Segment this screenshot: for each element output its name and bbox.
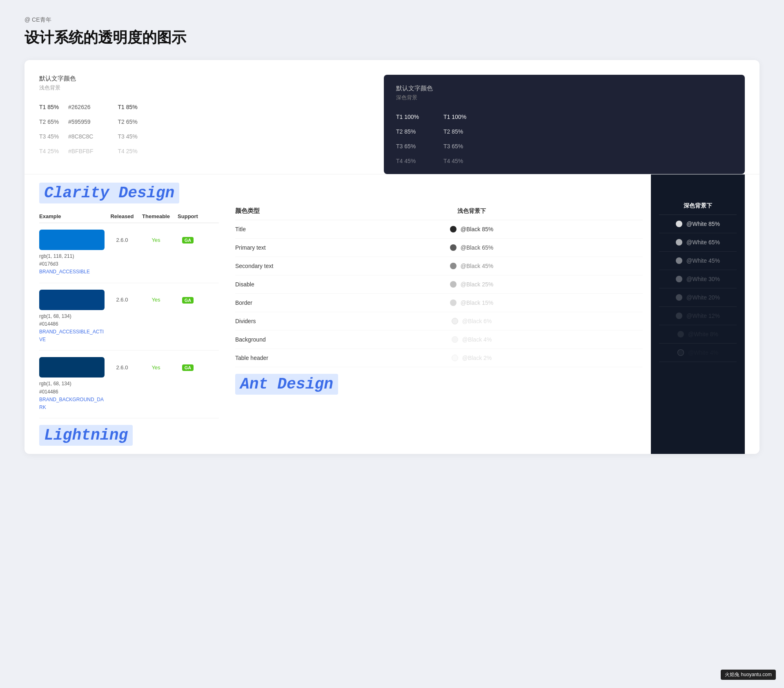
themeable-2: Yes	[140, 297, 172, 303]
t2-label-l: T2 65%	[39, 118, 62, 125]
dark-t3-l: T3 65%	[396, 143, 416, 150]
type-border: Border	[235, 299, 301, 306]
top-section: 默认文字颜色 浅色背景 T1 85% #262626 T2 65% #59595…	[39, 75, 745, 174]
type-secondary: Secondary text	[235, 263, 301, 269]
light-label: 默认文字颜色	[39, 75, 376, 83]
circle-background-dark	[677, 331, 684, 337]
circle-primary-dark	[676, 239, 682, 246]
dark-t3-r: T3 65%	[443, 143, 463, 150]
circle-disable-light	[450, 281, 457, 288]
circle-table-header-light	[452, 355, 458, 361]
page-tag: @ CE青年	[24, 16, 760, 24]
dark-panel-header: 深色背景下	[659, 202, 737, 215]
dark-ct-row: @White 65%	[659, 233, 737, 252]
t3-label-l: T3 45%	[39, 133, 62, 140]
light-bg-header: 浅色背景下	[301, 208, 643, 215]
t2-hex-l: #595959	[68, 118, 91, 125]
ct-row: Background @Black 4%	[235, 331, 643, 349]
dark-t2-l: T2 85%	[396, 128, 416, 135]
circle-dividers-dark	[676, 313, 682, 319]
dark-ct-row: @White 12%	[659, 307, 737, 325]
light-background-value: @Black 4%	[301, 336, 643, 343]
light-sub: 浅色背景	[39, 84, 376, 92]
light-title-value: @Black 85%	[301, 226, 643, 232]
page-title: 设计系统的透明度的图示	[24, 28, 760, 48]
released-2: 2.6.0	[108, 297, 136, 303]
released-1: 2.6.0	[108, 237, 136, 243]
type-title: Title	[235, 226, 301, 232]
dark-ct-row: @White 20%	[659, 288, 737, 307]
dark-sub: 深色背景	[396, 94, 733, 101]
dark-t2-r: T2 85%	[443, 128, 463, 135]
swatch-3	[39, 357, 105, 378]
dark-ct-row: @White 85%	[659, 215, 737, 233]
type-table-header: Table header	[235, 355, 301, 361]
dark-ct-row: @White 4%	[659, 344, 737, 362]
light-table-header-value: @Black 2%	[301, 355, 643, 361]
type-dividers: Dividers	[235, 318, 301, 324]
light-dividers-value: @Black 6%	[301, 318, 643, 324]
dark-ct-row: @White 8%	[659, 325, 737, 344]
ct-row: Dividers @Black 6%	[235, 312, 643, 331]
type-background: Background	[235, 336, 301, 343]
circle-table-header-dark	[677, 349, 684, 356]
type-primary: Primary text	[235, 244, 301, 251]
light-border-value: @Black 15%	[301, 299, 643, 306]
dark-bg-section: 默认文字颜色 深色背景 T1 100% T2 85% T3 65% T4 45%	[384, 75, 745, 174]
circle-primary-light	[450, 244, 457, 251]
t2-label-l2: T2 65%	[118, 118, 140, 125]
light-secondary-value: @Black 45%	[301, 263, 643, 269]
light-primary-value: @Black 65%	[301, 244, 643, 251]
swatch-1	[39, 230, 105, 250]
swatch-2	[39, 290, 105, 310]
circle-secondary-dark	[676, 257, 682, 264]
ct-row: Title @Black 85%	[235, 220, 643, 239]
t3-hex-l: #8C8C8C	[68, 133, 93, 140]
type-disable: Disable	[235, 281, 301, 288]
dark-panel: 深色背景下 @White 85% @White 65% @White 45% @…	[651, 174, 745, 454]
watermark: 火焰兔 huoyantu.com	[721, 670, 776, 680]
support-3: GA	[176, 364, 200, 371]
t4-label-l: T4 25%	[39, 148, 62, 154]
ct-row: Table header @Black 2%	[235, 349, 643, 367]
circle-secondary-light	[450, 263, 457, 269]
list-item: 2.6.0 Yes GA rgb(1, 68, 134) #014486 BRA…	[39, 283, 219, 351]
light-disable-value: @Black 25%	[301, 281, 643, 288]
dark-t1-l: T1 100%	[396, 114, 419, 120]
t4-label-l2: T4 25%	[118, 148, 140, 154]
col-support-header: Support	[176, 213, 200, 219]
circle-title-dark	[676, 221, 682, 227]
list-item: 2.6.0 Yes GA rgb(1, 68, 134) #014486 BRA…	[39, 351, 219, 418]
t3-label-l2: T3 45%	[118, 133, 140, 140]
circle-dividers-light	[452, 318, 458, 324]
dark-t4-r: T4 45%	[443, 158, 463, 164]
themeable-1: Yes	[140, 237, 172, 243]
t1-hex-l: #262626	[68, 104, 91, 110]
col-example-header: Example	[39, 213, 105, 219]
light-bg-section: 默认文字颜色 浅色背景 T1 85% #262626 T2 65% #59595…	[39, 75, 376, 174]
t4-hex-l: #BFBFBF	[68, 148, 93, 154]
dark-ct-row: @White 45%	[659, 252, 737, 270]
main-card: 默认文字颜色 浅色背景 T1 85% #262626 T2 65% #59595…	[24, 60, 760, 454]
t1-label-l2: T1 85%	[118, 104, 140, 110]
circle-disable-dark	[676, 276, 682, 282]
circle-border-dark	[676, 294, 682, 301]
item-meta-3: rgb(1, 68, 134) #014486 BRAND_BACKGROUND…	[39, 380, 219, 411]
color-type-panel: 颜色类型 浅色背景下 Title @Black 85% Primary text…	[227, 174, 643, 454]
ct-row: Border @Black 15%	[235, 294, 643, 312]
clarity-panel: Clarity Design Example Released Themeabl…	[39, 174, 219, 454]
color-type-header: 颜色类型	[235, 207, 301, 215]
clarity-title: Clarity Design	[39, 183, 179, 203]
support-1: GA	[176, 236, 200, 243]
lightning-label: Lightning	[39, 425, 133, 446]
list-item: 2.6.0 Yes GA rgb(1, 118, 211) #0176d3 BR…	[39, 223, 219, 283]
ct-row: Disable @Black 25%	[235, 275, 643, 294]
ct-row: Primary text @Black 65%	[235, 239, 643, 257]
col-themeable-header: Themeable	[140, 213, 172, 219]
support-2: GA	[176, 296, 200, 304]
bottom-section: Clarity Design Example Released Themeabl…	[39, 174, 745, 454]
circle-title-light	[450, 226, 457, 232]
dark-t4-l: T4 45%	[396, 158, 416, 164]
dark-label: 默认文字颜色	[396, 85, 733, 92]
circle-background-light	[452, 336, 458, 343]
